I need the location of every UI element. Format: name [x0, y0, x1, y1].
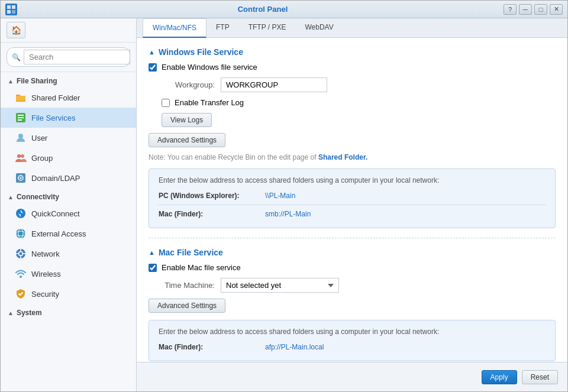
svg-point-24	[20, 276, 22, 278]
sidebar-item-shared-folder[interactable]: Shared Folder	[1, 88, 136, 108]
svg-rect-5	[18, 115, 24, 116]
enable-transfer-log-row: Enable Transfer Log	[162, 98, 556, 107]
maximize-button[interactable]: □	[534, 4, 547, 15]
sidebar-search: 🔍	[1, 43, 136, 72]
section-label-system: System	[17, 309, 42, 317]
sidebar-label-user: User	[31, 134, 47, 142]
mac-info-desc: Enter the below address to access shared…	[159, 328, 546, 336]
svg-rect-2	[7, 10, 11, 14]
svg-point-13	[20, 177, 22, 179]
sidebar-item-group[interactable]: Group	[1, 148, 136, 168]
tabs-bar: Win/Mac/NFS FTP TFTP / PXE WebDAV	[137, 18, 567, 38]
search-box: 🔍	[7, 47, 130, 67]
mac-info-box: Enter the below address to access shared…	[149, 320, 556, 361]
sidebar-item-wireless[interactable]: Wireless	[1, 264, 136, 284]
main-content: 🏠 🔍 ▲ File Sharing	[1, 18, 567, 391]
security-icon	[15, 288, 27, 300]
sidebar-label-quickconnect: QuickConnect	[31, 209, 80, 218]
sidebar-item-user[interactable]: User	[1, 128, 136, 148]
mac-advanced-settings-button[interactable]: Advanced Settings	[149, 299, 225, 313]
close-button[interactable]: ✕	[550, 4, 563, 15]
sidebar: 🏠 🔍 ▲ File Sharing	[1, 18, 137, 391]
help-button[interactable]: ?	[504, 4, 517, 15]
wireless-icon	[15, 268, 27, 280]
titlebar: Control Panel ? ─ □ ✕	[1, 1, 567, 18]
app-icon	[5, 4, 17, 15]
sidebar-item-network[interactable]: Network	[1, 244, 136, 264]
windows-info-row-mac: Mac (Finder): smb://PL-Main	[159, 205, 546, 221]
apply-button[interactable]: Apply	[482, 370, 517, 384]
tab-tftp-pxe[interactable]: TFTP / PXE	[239, 18, 296, 38]
pc-windows-value[interactable]: \\PL-Main	[265, 192, 295, 200]
section-header-connectivity[interactable]: ▲ Connectivity	[1, 188, 136, 203]
home-button[interactable]: 🏠	[7, 22, 25, 38]
enable-windows-file-service-row: Enable Windows file service	[149, 63, 556, 72]
svg-rect-6	[18, 117, 24, 118]
windows-advanced-settings-button[interactable]: Advanced Settings	[149, 133, 225, 147]
sidebar-item-file-services[interactable]: File Services	[1, 108, 136, 128]
sidebar-label-wireless: Wireless	[31, 270, 61, 278]
sidebar-home: 🏠	[1, 18, 136, 43]
windows-info-box: Enter the below address to access shared…	[149, 169, 556, 228]
time-machine-select[interactable]: Not selected yet	[221, 278, 339, 293]
sidebar-item-security[interactable]: Security	[1, 284, 136, 304]
sidebar-label-network: Network	[31, 250, 60, 258]
enable-mac-file-service-label: Enable Mac file service	[162, 263, 241, 272]
windows-info-desc: Enter the below address to access shared…	[159, 176, 546, 184]
enable-windows-file-service-label: Enable Windows file service	[162, 63, 257, 72]
section-divider	[149, 238, 556, 238]
content-area: ▲ Windows File Service Enable Windows fi…	[137, 38, 567, 362]
time-machine-label: Time Machine:	[162, 281, 215, 290]
time-machine-row: Time Machine: Not selected yet	[162, 278, 556, 293]
reset-button[interactable]: Reset	[522, 370, 558, 384]
sidebar-item-external-access[interactable]: External Access	[1, 223, 136, 244]
mac-finder-value[interactable]: afp://PL-Main.local	[265, 343, 324, 351]
user-icon	[15, 132, 27, 144]
enable-transfer-log-label: Enable Transfer Log	[175, 98, 244, 107]
chevron-down-icon-3: ▲	[8, 310, 14, 316]
section-header-file-sharing[interactable]: ▲ File Sharing	[1, 72, 136, 88]
window-controls: ? ─ □ ✕	[504, 4, 563, 15]
chevron-down-icon-2: ▲	[8, 194, 14, 200]
search-input[interactable]	[24, 50, 130, 64]
tab-win-mac-nfs[interactable]: Win/Mac/NFS	[143, 18, 206, 38]
section-header-system[interactable]: ▲ System	[1, 304, 136, 319]
section-chevron-windows: ▲	[149, 48, 155, 56]
windows-info-row-pc: PC (Windows Explorer): \\PL-Main	[159, 189, 546, 202]
quickconnect-icon	[15, 208, 27, 219]
workgroup-input[interactable]	[221, 77, 327, 92]
section-label-connectivity: Connectivity	[17, 193, 59, 201]
enable-windows-file-service-checkbox[interactable]	[149, 63, 157, 72]
group-icon	[15, 152, 27, 164]
footer: Apply Reset	[137, 362, 567, 391]
sidebar-label-shared-folder: Shared Folder	[31, 93, 80, 102]
windows-file-service-title: Windows File Service	[159, 47, 243, 57]
mac-finder-value-windows[interactable]: smb://PL-Main	[265, 210, 311, 218]
tab-webdav[interactable]: WebDAV	[295, 18, 343, 38]
windows-file-service-header: ▲ Windows File Service	[149, 47, 556, 57]
workgroup-label: Workgroup:	[162, 80, 215, 89]
folder-icon	[15, 92, 27, 103]
mac-finder-label-windows: Mac (Finder):	[159, 210, 253, 218]
view-logs-button[interactable]: View Logs	[162, 113, 212, 127]
mac-file-service-header: ▲ Mac File Service	[149, 248, 556, 257]
domain-icon	[15, 172, 27, 184]
workgroup-row: Workgroup:	[162, 77, 556, 92]
svg-rect-0	[7, 5, 11, 9]
shared-folder-link[interactable]: Shared Folder.	[318, 153, 367, 161]
minimize-button[interactable]: ─	[519, 4, 532, 15]
main-window: Control Panel ? ─ □ ✕ 🏠 🔍 ▲ File Sh	[0, 0, 568, 392]
sidebar-item-domain-ldap[interactable]: Domain/LDAP	[1, 168, 136, 188]
tab-ftp[interactable]: FTP	[206, 18, 239, 38]
section-label-file-sharing: File Sharing	[17, 77, 57, 85]
note-text: Note: You can enable Recycle Bin on the …	[149, 153, 556, 161]
mac-finder-label: Mac (Finder):	[159, 343, 253, 351]
enable-transfer-log-checkbox[interactable]	[162, 99, 170, 107]
enable-mac-file-service-checkbox[interactable]	[149, 264, 157, 272]
sidebar-item-quickconnect[interactable]: QuickConnect	[1, 203, 136, 223]
mac-file-service-title: Mac File Service	[159, 248, 223, 257]
svg-point-9	[17, 154, 21, 158]
sidebar-label-domain-ldap: Domain/LDAP	[31, 174, 80, 183]
mac-info-row-finder: Mac (Finder): afp://PL-Main.local	[159, 341, 546, 354]
search-icon: 🔍	[12, 53, 21, 61]
